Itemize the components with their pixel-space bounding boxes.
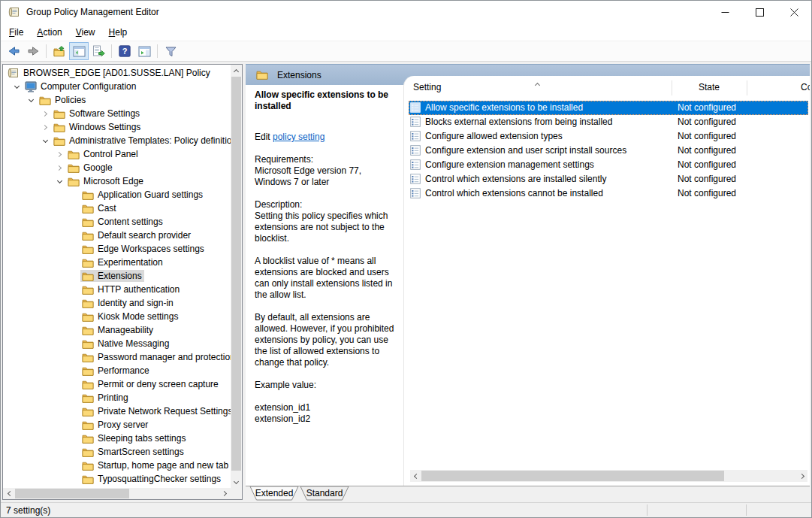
collapsed-chevron-icon[interactable] <box>53 153 66 156</box>
scroll-right-button[interactable] <box>219 488 231 499</box>
tree-item-label: Kiosk Mode settings <box>95 310 180 323</box>
menu-view[interactable]: View <box>69 25 102 40</box>
tree-item-label: Content settings <box>95 216 165 228</box>
setting-name: Allow specific extensions to be installe… <box>425 102 583 113</box>
up-one-level-button[interactable] <box>50 42 69 60</box>
scroll-left-button[interactable] <box>3 488 14 499</box>
tree-item-kiosk-mode-settings[interactable]: Kiosk Mode settings <box>3 310 231 323</box>
tree-item-manageability[interactable]: Manageability <box>3 323 231 337</box>
view-tabs: ExtendedStandard <box>246 486 810 501</box>
collapsed-chevron-icon[interactable] <box>39 126 52 129</box>
folder-icon <box>68 163 81 173</box>
policy-setting-link[interactable]: policy setting <box>273 132 324 142</box>
tree-item-extensions[interactable]: Extensions <box>3 269 231 283</box>
tree-item-policies[interactable]: Policies <box>3 93 231 107</box>
tree-item-software-settings[interactable]: Software Settings <box>3 107 231 120</box>
setting-row[interactable]: Allow specific extensions to be installe… <box>409 101 808 115</box>
column-header-comment[interactable]: Comment <box>801 82 810 92</box>
tree-vertical-scrollbar[interactable] <box>231 65 242 488</box>
show-action-pane-button[interactable] <box>134 42 154 60</box>
help-button[interactable]: ? <box>115 42 134 60</box>
tree-item-administrative-templates-policy-definition[interactable]: Administrative Templates: Policy definit… <box>3 134 231 147</box>
list-hscroll-thumb[interactable] <box>421 471 724 481</box>
menu-help[interactable]: Help <box>102 25 134 40</box>
close-button[interactable] <box>777 1 811 23</box>
tree-item-performance[interactable]: Performance <box>3 364 231 377</box>
tree-item-google[interactable]: Google <box>3 161 231 174</box>
tree-item-default-search-provider[interactable]: Default search provider <box>3 229 231 242</box>
tree-item-computer-configuration[interactable]: Computer Configuration <box>3 80 231 93</box>
description-paragraph: extension_id1 extension_id2 <box>255 402 397 425</box>
setting-name: Control which extensions are installed s… <box>425 174 606 184</box>
tree-item-printing[interactable]: Printing <box>3 391 231 404</box>
menu-action[interactable]: Action <box>30 25 68 40</box>
tree-item-sleeping-tabs-settings[interactable]: Sleeping tabs settings <box>3 432 231 445</box>
tree-item-microsoft-edge[interactable]: Microsoft Edge <box>3 174 231 188</box>
tree-item-edge-workspaces-settings[interactable]: Edge Workspaces settings <box>3 242 231 256</box>
back-button[interactable] <box>4 42 23 60</box>
tree-item-smartscreen-settings[interactable]: SmartScreen settings <box>3 445 231 459</box>
tree-item-identity-and-sign-in[interactable]: Identity and sign-in <box>3 296 231 310</box>
tree-item-startup-home-page-and-new-tab-page[interactable]: Startup, home page and new tab page <box>3 459 231 472</box>
tree-hscroll-thumb[interactable] <box>15 489 129 498</box>
tree-item-cast[interactable]: Cast <box>3 201 231 215</box>
expanded-chevron-icon[interactable] <box>11 86 23 88</box>
tree-item-experimentation[interactable]: Experimentation <box>3 256 231 269</box>
filter-button[interactable] <box>161 42 180 60</box>
setting-row[interactable]: Configure extension and user script inst… <box>409 144 808 158</box>
tree-item-content-settings[interactable]: Content settings <box>3 215 231 229</box>
toolbar: ? <box>1 41 811 62</box>
tree-item-content: BROWSER_EDGE [AD01.SUSSE.LAN] Policy <box>6 67 213 79</box>
tree-item-proxy-server[interactable]: Proxy server <box>3 418 231 432</box>
expanded-chevron-icon[interactable] <box>39 140 52 142</box>
list-horizontal-scrollbar[interactable] <box>410 470 807 482</box>
requirements-block: Requirements: Microsoft Edge version 77,… <box>255 154 397 188</box>
tree-item-label: Application Guard settings <box>95 189 205 201</box>
expanded-chevron-icon[interactable] <box>53 180 66 183</box>
collapsed-chevron-icon[interactable] <box>39 112 52 116</box>
setting-row[interactable]: Configure allowed extension typesNot con… <box>409 129 808 144</box>
column-header-state[interactable]: State <box>672 82 747 92</box>
tab-standard[interactable]: Standard <box>300 486 349 501</box>
setting-row[interactable]: Blocks external extensions from being in… <box>409 115 808 129</box>
tree-item-password-manager-and-protection[interactable]: Password manager and protection <box>3 350 231 364</box>
tree-item-content: SmartScreen settings <box>80 446 186 458</box>
tree-vscroll-thumb[interactable] <box>231 77 241 471</box>
tree-item-windows-settings[interactable]: Windows Settings <box>3 120 231 134</box>
setting-row[interactable]: Configure extension management settingsN… <box>409 158 808 172</box>
export-list-button[interactable] <box>89 42 108 60</box>
expanded-chevron-icon[interactable] <box>25 99 38 101</box>
setting-row[interactable]: Control which extensions are installed s… <box>409 172 808 186</box>
policy-setting-icon <box>410 145 421 158</box>
tree-item-label: Sleeping tabs settings <box>95 432 188 444</box>
scroll-up-button[interactable] <box>231 65 242 76</box>
collapsed-chevron-icon[interactable] <box>53 166 66 170</box>
setting-name: Configure extension and user script inst… <box>425 145 626 156</box>
tree-item-private-network-request-settings[interactable]: Private Network Request Settings <box>3 404 231 418</box>
column-divider[interactable] <box>672 80 672 95</box>
menu-file[interactable]: File <box>2 25 30 40</box>
tree-item-http-authentication[interactable]: HTTP authentication <box>3 283 231 296</box>
tab-extended[interactable]: Extended <box>249 486 299 501</box>
folder-icon <box>82 474 95 484</box>
scroll-right-button[interactable] <box>797 470 807 482</box>
tree-item-control-panel[interactable]: Control Panel <box>3 147 231 161</box>
minimize-button[interactable] <box>708 1 742 23</box>
policy-details-pane: Allow specific extensions to be installe… <box>246 85 403 486</box>
column-divider[interactable] <box>747 80 747 95</box>
scroll-up-icon <box>234 68 239 74</box>
maximize-button[interactable] <box>742 1 777 23</box>
column-header-setting[interactable]: Setting <box>413 82 441 92</box>
tree-item-application-guard-settings[interactable]: Application Guard settings <box>3 188 231 201</box>
forward-button[interactable] <box>23 42 43 60</box>
scroll-down-button[interactable] <box>231 477 242 488</box>
scroll-left-button[interactable] <box>410 470 421 482</box>
show-console-tree-button[interactable] <box>69 42 89 60</box>
setting-row[interactable]: Control which extensions cannot be insta… <box>409 186 808 201</box>
tree-item-permit-or-deny-screen-capture[interactable]: Permit or deny screen capture <box>3 377 231 391</box>
tree-item-typosquattingchecker-settings[interactable]: TyposquattingChecker settings <box>3 472 231 486</box>
tree-item-browser-edge-ad01-susse-lan-policy[interactable]: BROWSER_EDGE [AD01.SUSSE.LAN] Policy <box>3 66 231 80</box>
tree-horizontal-scrollbar[interactable] <box>3 488 231 499</box>
tree-item-native-messaging[interactable]: Native Messaging <box>3 337 231 350</box>
folder-icon <box>82 190 95 200</box>
